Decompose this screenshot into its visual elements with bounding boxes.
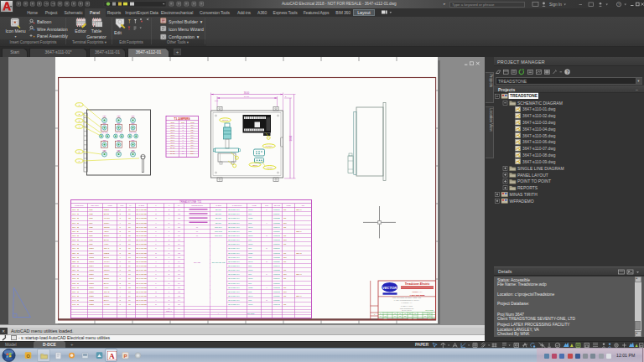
svg-text:TRD80: TRD80 bbox=[273, 243, 280, 246]
svg-text:GRY1: GRY1 bbox=[103, 247, 109, 250]
svg-text:71: 71 bbox=[384, 315, 386, 317]
svg-text:3B5-1: 3B5-1 bbox=[296, 230, 302, 233]
svg-text:PB18: PB18 bbox=[89, 282, 95, 285]
svg-text:PB5: PB5 bbox=[89, 226, 93, 229]
svg-text:3647-s110-04.dwg: 3647-s110-04.dwg bbox=[522, 127, 556, 132]
svg-text:WHT5: WHT5 bbox=[103, 303, 110, 306]
svg-text:TOTAL: TOTAL bbox=[166, 310, 173, 312]
svg-text:84: 84 bbox=[380, 313, 382, 314]
svg-text:BRN7: BRN7 bbox=[103, 235, 109, 237]
svg-text:TRD00: TRD00 bbox=[273, 209, 280, 211]
svg-text:BL 3450 WH: BL 3450 WH bbox=[228, 295, 240, 297]
svg-text:BL 3451 WH: BL 3451 WH bbox=[228, 299, 240, 302]
svg-text:155: 155 bbox=[248, 299, 252, 302]
svg-text:CABLE: CABLE bbox=[138, 204, 144, 206]
svg-text:PB23: PB23 bbox=[89, 303, 95, 306]
svg-text:WIRE: WIRE bbox=[252, 204, 257, 206]
svg-text:BL 3453 BK: BL 3453 BK bbox=[136, 222, 147, 225]
svg-text:36.00 x 30.00: 36.00 x 30.00 bbox=[402, 309, 411, 311]
svg-text:PB4: PB4 bbox=[89, 222, 93, 225]
svg-text:CONNECTION: CONNECTION bbox=[191, 204, 203, 206]
svg-text:1500: 1500 bbox=[248, 277, 253, 280]
svg-text:75: 75 bbox=[399, 315, 401, 317]
svg-text:BL/TR: BL/TR bbox=[216, 222, 221, 225]
svg-text:TREADSTONE: TREADSTONE bbox=[510, 94, 538, 98]
svg-text:315 - B: 315 - B bbox=[72, 239, 79, 241]
svg-text:BL 3452 BK: BL 3452 BK bbox=[136, 217, 147, 220]
svg-text:NO: NO bbox=[181, 122, 184, 123]
svg-text:ORG5: ORG5 bbox=[103, 226, 110, 229]
svg-text:110A: 110A bbox=[190, 150, 195, 152]
svg-text:81: 81 bbox=[409, 313, 411, 314]
svg-text:PLC1M: PLC1M bbox=[265, 145, 272, 147]
svg-text:BL 3458 WH: BL 3458 WH bbox=[228, 243, 240, 246]
svg-text:BL 3454 WH: BL 3454 WH bbox=[228, 226, 240, 229]
svg-text:BLU3: BLU3 bbox=[103, 256, 109, 259]
svg-text:CLR: CLR bbox=[170, 122, 174, 123]
svg-text:PB14: PB14 bbox=[89, 265, 95, 267]
svg-text:18A: 18A bbox=[190, 144, 194, 146]
svg-text:CLR: CLR bbox=[190, 122, 195, 123]
svg-text:GRN5: GRN5 bbox=[103, 265, 109, 267]
svg-text:10-8: 10-8 bbox=[170, 142, 174, 143]
svg-text:3B6-0: 3B6-0 bbox=[296, 295, 302, 297]
svg-text:PB12: PB12 bbox=[89, 256, 95, 259]
svg-text:BL 3459 WH: BL 3459 WH bbox=[228, 291, 240, 293]
svg-text:151: 151 bbox=[248, 282, 252, 285]
svg-text:BL/TR: BL/TR bbox=[216, 213, 221, 215]
svg-text:3647-s110-07.dwg: 3647-s110-07.dwg bbox=[522, 147, 556, 151]
svg-text:341 - B: 341 - B bbox=[72, 295, 79, 297]
svg-text:CLR: CLR bbox=[264, 204, 268, 206]
svg-text:ORG6: ORG6 bbox=[103, 269, 110, 272]
svg-text:BL 3458 WH: BL 3458 WH bbox=[228, 287, 240, 289]
svg-text:86: 86 bbox=[404, 318, 406, 319]
svg-text:BL 3454 BK: BL 3454 BK bbox=[136, 226, 147, 229]
svg-text:150-166: 150-166 bbox=[215, 235, 222, 237]
svg-text:TRD81: TRD81 bbox=[273, 282, 280, 285]
svg-text:153: 153 bbox=[248, 291, 252, 293]
svg-text:309 - B: 309 - B bbox=[72, 226, 79, 229]
svg-text:16: 16 bbox=[428, 313, 430, 314]
svg-text:BL 3453 WH: BL 3453 WH bbox=[228, 222, 240, 225]
svg-text:BRN8: BRN8 bbox=[103, 277, 109, 280]
svg-text:BL 3454 WH: BL 3454 WH bbox=[228, 269, 240, 272]
svg-text:Sign In: Sign In bbox=[549, 3, 562, 7]
svg-text:NO: NO bbox=[301, 204, 304, 206]
svg-text:1520: 1520 bbox=[248, 287, 253, 289]
svg-text:TRD42: TRD42 bbox=[273, 303, 280, 306]
svg-text:BL 3459 WH: BL 3459 WH bbox=[228, 247, 240, 250]
svg-text:10-3: 10-3 bbox=[170, 129, 174, 131]
svg-text:BL 3459 BK: BL 3459 BK bbox=[136, 247, 147, 250]
svg-text:69: 69 bbox=[394, 315, 396, 317]
svg-text:BL 3450 BK: BL 3450 BK bbox=[136, 295, 147, 297]
svg-text:73: 73 bbox=[404, 313, 406, 314]
svg-text:TRD20: TRD20 bbox=[273, 295, 280, 297]
svg-text:3B3-2: 3B3-2 bbox=[296, 252, 302, 255]
svg-text:TRD33: TRD33 bbox=[273, 222, 280, 225]
svg-text:16A: 16A bbox=[190, 139, 194, 141]
svg-text:BL 3452 WH: BL 3452 WH bbox=[228, 261, 240, 263]
svg-text:153: 153 bbox=[248, 256, 252, 259]
svg-text:3647-s110-01.dwg: 3647-s110-01.dwg bbox=[522, 107, 556, 111]
svg-text:BL 3456 BK: BL 3456 BK bbox=[136, 235, 147, 237]
svg-text:335 - B: 335 - B bbox=[72, 282, 79, 285]
svg-text:LT1 LT2: LT1 LT2 bbox=[101, 132, 108, 133]
svg-text:GRN4: GRN4 bbox=[103, 222, 109, 225]
svg-text:PB11: PB11 bbox=[89, 252, 94, 255]
svg-text:12: 12 bbox=[394, 313, 396, 314]
svg-text:RED3: RED3 bbox=[103, 295, 109, 297]
svg-text:151: 151 bbox=[248, 247, 252, 250]
svg-text:PB6: PB6 bbox=[89, 230, 93, 233]
svg-text:311 - B: 311 - B bbox=[72, 230, 79, 233]
svg-text:Treadstone Electric: Treadstone Electric bbox=[404, 282, 429, 286]
svg-text:SPARE: SPARE bbox=[194, 261, 200, 264]
svg-text:WIRE: WIRE bbox=[107, 204, 112, 206]
svg-text:WIRE: WIRE bbox=[286, 204, 291, 206]
svg-text:BR: BR bbox=[283, 256, 287, 259]
svg-text:PB22: PB22 bbox=[89, 299, 95, 302]
svg-text:RED2: RED2 bbox=[103, 252, 109, 255]
svg-text:BL 3455 WH: BL 3455 WH bbox=[228, 230, 240, 233]
svg-text:333 - B: 333 - B bbox=[72, 277, 79, 280]
svg-text:BR: BR bbox=[283, 291, 287, 293]
svg-text:150-165: 150-165 bbox=[215, 230, 222, 233]
